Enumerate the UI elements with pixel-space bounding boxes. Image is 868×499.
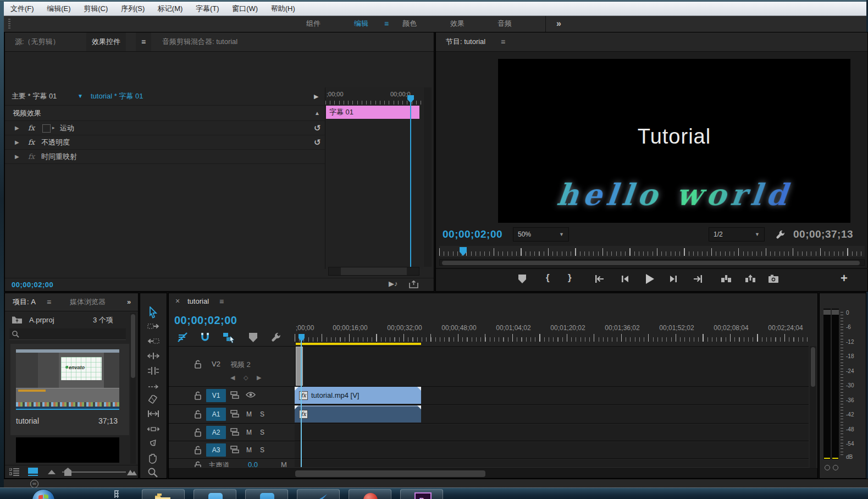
program-video-area[interactable]: Tutorial hello world — [498, 59, 850, 223]
program-settings-wrench-icon[interactable] — [776, 229, 786, 239]
rate-stretch-tool-icon[interactable] — [147, 381, 161, 393]
taskbar-button-app-red[interactable] — [349, 489, 391, 499]
lock-icon[interactable] — [194, 360, 202, 369]
reset-icon[interactable]: ↺ — [314, 135, 321, 149]
track-output-eye-icon[interactable] — [246, 391, 256, 398]
export-frame-camera-icon[interactable] — [768, 275, 779, 283]
button-editor-plus-icon[interactable]: + — [841, 271, 848, 286]
track-a1-target-badge[interactable]: A1 — [206, 408, 226, 421]
program-scrollbar[interactable] — [439, 259, 865, 266]
effect-lanes-vscrollbar[interactable] — [424, 87, 432, 267]
tab-media-browser[interactable]: 媒体浏览器 — [64, 293, 111, 311]
workspace-edit-menu-icon[interactable]: ≡ — [384, 16, 389, 31]
section-collapse-icon[interactable]: ▲ — [314, 106, 320, 120]
clip-name[interactable]: tutorial — [16, 416, 39, 425]
motion-expand-icon[interactable]: ▸ — [52, 121, 55, 135]
track-select-backward-tool-icon[interactable] — [147, 337, 161, 349]
meter-channel-left-indicator[interactable] — [825, 465, 830, 470]
project-item-thumb-2[interactable] — [16, 437, 119, 463]
effect-name[interactable]: 时间重映射 — [41, 150, 77, 163]
clip-thumbnail[interactable]: envato — [16, 349, 119, 409]
mini-ruler-ticks[interactable] — [325, 101, 423, 105]
menu-file[interactable]: 文件(F) — [10, 2, 34, 16]
sequence-clip-label[interactable]: tutorial * 字幕 01 — [91, 87, 143, 105]
pen-tool-icon[interactable] — [147, 438, 161, 451]
track-v1-content[interactable]: fx tutorial.mp4 [V] — [295, 387, 809, 405]
ripple-edit-tool-icon[interactable] — [147, 352, 161, 364]
master-dropdown-icon[interactable]: ▼ — [78, 87, 83, 105]
source-patch-icon[interactable] — [230, 446, 239, 453]
slider-handle[interactable] — [64, 468, 71, 476]
header-expand-icon[interactable]: ▶ — [314, 87, 318, 105]
track-a3-target-badge[interactable]: A3 — [206, 443, 226, 457]
program-menu-icon[interactable]: ≡ — [495, 32, 511, 51]
project-menu-icon[interactable]: ≡ — [41, 293, 57, 311]
workspace-tab-color[interactable]: 颜色 — [402, 16, 417, 31]
solo-button[interactable]: S — [257, 427, 268, 438]
timeline-add-marker-icon[interactable] — [249, 333, 257, 342]
effect-name[interactable]: 不透明度 — [41, 135, 70, 149]
zoom-in-large-icon[interactable] — [127, 468, 137, 475]
lock-icon[interactable] — [194, 410, 202, 419]
tab-program-monitor[interactable]: 节目: tutorial — [440, 32, 491, 51]
expand-icon[interactable]: ▶ — [15, 150, 19, 163]
project-vscrollbar[interactable] — [130, 313, 136, 464]
workspace-tab-edit[interactable]: 编辑 — [354, 16, 368, 31]
workspace-tab-effects[interactable]: 效果 — [450, 16, 465, 31]
taskbar-button-app-blue-1[interactable] — [193, 489, 236, 499]
master-volume-value[interactable]: 0.0 — [248, 460, 258, 467]
menu-edit[interactable]: 编辑(E) — [47, 2, 70, 16]
timeline-playhead-line[interactable] — [301, 341, 302, 467]
taskbar-grip[interactable] — [114, 490, 119, 498]
play-button-icon[interactable] — [645, 273, 655, 284]
track-v2-name[interactable]: 视频 2 — [230, 360, 251, 370]
menu-marker[interactable]: 标记(M) — [158, 2, 183, 16]
snap-magnet-icon[interactable] — [200, 332, 211, 343]
mute-button[interactable]: M — [244, 409, 255, 420]
icon-view-icon[interactable] — [28, 468, 38, 476]
selection-tool-icon[interactable] — [147, 306, 161, 319]
zoom-tool-icon[interactable] — [147, 467, 161, 479]
timeline-hscrollbar[interactable] — [169, 468, 817, 478]
expand-icon[interactable]: ▶ — [15, 135, 19, 149]
effect-row-motion[interactable]: ▶ fx ▸ 运动 ↺ — [5, 121, 325, 135]
motion-transform-icon[interactable] — [42, 124, 51, 133]
step-forward-icon[interactable] — [669, 275, 678, 283]
workspace-tab-components[interactable]: 组件 — [306, 16, 320, 31]
track-a2-target-badge[interactable]: A2 — [206, 426, 226, 439]
project-search-box[interactable] — [9, 328, 126, 340]
track-v2-content[interactable] — [295, 346, 809, 387]
track-v1-target-badge[interactable]: V1 — [206, 389, 226, 402]
video-clip-tutorial[interactable]: fx tutorial.mp4 [V] — [295, 387, 421, 404]
timeline-ruler[interactable]: ;00;00 00;00;16;00 00;00;32;00 00;00;48;… — [295, 322, 809, 343]
lock-icon[interactable] — [194, 446, 202, 454]
timeline-vscrollbar[interactable] — [810, 346, 816, 468]
track-a3-content[interactable] — [295, 442, 809, 459]
keyframe-nav-previous-icon[interactable]: ◀ — [230, 374, 239, 381]
mute-button[interactable]: M — [244, 445, 255, 456]
taskbar-button-explorer[interactable] — [142, 489, 185, 499]
mark-out-icon[interactable]: } — [568, 272, 572, 283]
master-mute-icon[interactable]: M — [281, 460, 287, 467]
menu-help[interactable]: 帮助(H) — [271, 2, 295, 16]
effect-controls-timecode[interactable]: 00;00;02;00 — [12, 281, 53, 289]
effect-controls-menu-icon[interactable]: ≡ — [136, 32, 151, 51]
effect-name[interactable]: 运动 — [60, 121, 74, 135]
mini-playhead-line[interactable] — [410, 102, 411, 269]
taskbar-button-app-blue-2[interactable] — [245, 489, 288, 499]
playback-resolution-dropdown[interactable]: 1/2 ▼ — [709, 227, 765, 242]
menu-title[interactable]: 字幕(T) — [196, 2, 219, 16]
timeline-settings-wrench-icon[interactable] — [271, 332, 281, 342]
reset-icon[interactable]: ↺ — [314, 121, 321, 135]
program-timecode[interactable]: 00;00;02;00 — [443, 228, 502, 240]
keyframe-add-icon[interactable]: ◇ — [244, 374, 252, 381]
timeline-timecode[interactable]: 00;00;02;00 — [174, 314, 237, 327]
effect-row-time-remap[interactable]: ▶ fx 时间重映射 — [5, 150, 325, 164]
razor-tool-icon[interactable] — [147, 395, 161, 407]
start-button-orb[interactable] — [32, 489, 55, 499]
taskbar-button-premiere[interactable]: Pr — [400, 489, 443, 499]
taskbar-button-app-swoosh[interactable] — [297, 489, 340, 499]
master-clip-label[interactable]: 主要 * 字幕 01 — [12, 87, 57, 105]
timeline-menu-icon[interactable]: ≡ — [219, 297, 224, 306]
workspace-grip[interactable] — [8, 19, 10, 29]
